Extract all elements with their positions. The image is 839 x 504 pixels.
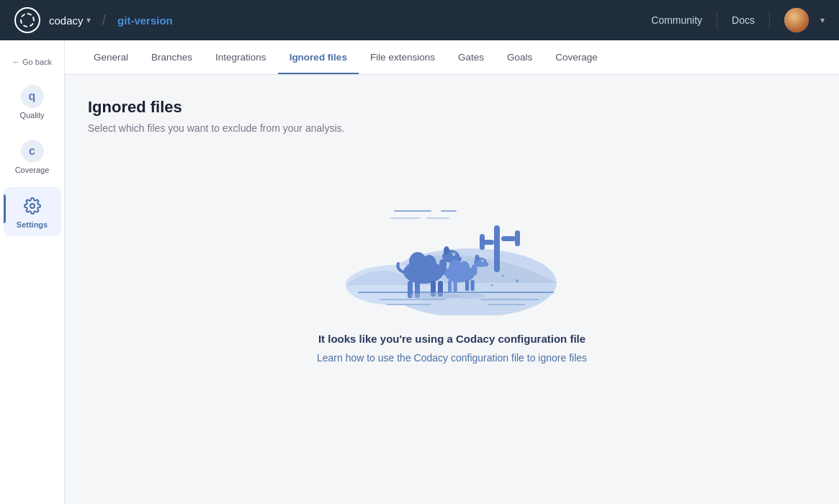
brand-label[interactable]: codacy ▾ [49, 14, 91, 27]
svg-point-30 [453, 253, 454, 255]
nav-divider [717, 12, 717, 29]
svg-point-49 [450, 293, 486, 299]
svg-rect-47 [470, 280, 474, 291]
codacy-logo[interactable] [14, 7, 40, 33]
sidebar-item-coverage-label: Coverage [15, 166, 50, 174]
tab-coverage[interactable]: Coverage [544, 40, 609, 74]
active-indicator [4, 194, 6, 223]
repo-name[interactable]: git-version [117, 14, 173, 27]
brand-chevron-icon: ▾ [86, 15, 91, 25]
avatar-chevron-icon[interactable]: ▾ [820, 15, 825, 25]
svg-point-15 [516, 279, 519, 282]
svg-point-28 [444, 246, 449, 255]
svg-rect-44 [448, 280, 452, 292]
main-layout: ← Go back q Quality c Coverage Settings … [0, 40, 839, 504]
back-button[interactable]: ← Go back [0, 52, 64, 72]
tab-bar: General Branches Integrations Ignored fi… [65, 40, 839, 75]
tab-goals[interactable]: Goals [495, 40, 544, 74]
svg-point-12 [501, 275, 503, 277]
empty-state-title: It looks like you're using a Codacy conf… [318, 333, 585, 345]
tab-gates[interactable]: Gates [447, 40, 495, 74]
topnav: codacy ▾ / git-version Community Docs ▾ [0, 0, 839, 40]
svg-rect-46 [465, 280, 469, 291]
tab-general[interactable]: General [82, 40, 140, 74]
tab-integrations[interactable]: Integrations [204, 40, 278, 74]
svg-point-13 [490, 284, 493, 287]
sidebar-item-quality[interactable]: q Quality [4, 78, 61, 127]
nav-divider-2 [769, 12, 770, 29]
sidebar-item-coverage[interactable]: c Coverage [4, 132, 61, 181]
svg-rect-17 [494, 225, 500, 272]
tab-ignored-files[interactable]: Ignored files [278, 40, 359, 74]
empty-state-learn-link[interactable]: Learn how to use the Codacy configuratio… [317, 352, 587, 364]
quality-icon: q [21, 85, 44, 108]
sidebar: ← Go back q Quality c Coverage Settings [0, 40, 65, 504]
sidebar-item-settings[interactable]: Settings [4, 187, 61, 236]
docs-link[interactable]: Docs [732, 14, 755, 26]
svg-point-24 [422, 255, 436, 272]
sidebar-item-quality-label: Quality [19, 111, 44, 120]
svg-point-41 [475, 255, 479, 261]
coverage-icon: c [21, 140, 44, 163]
sidebar-item-settings-label: Settings [17, 220, 48, 229]
empty-state-illustration [337, 171, 567, 315]
page-subtitle: Select which files you want to exclude f… [88, 122, 816, 134]
user-avatar[interactable] [784, 8, 809, 32]
svg-point-37 [459, 261, 470, 274]
page-title: Ignored files [88, 98, 816, 117]
brand-name: codacy [49, 14, 84, 27]
svg-point-43 [482, 260, 483, 261]
svg-rect-18 [501, 236, 516, 241]
nav-separator: / [102, 12, 107, 29]
main-content: General Branches Integrations Ignored fi… [65, 40, 839, 504]
settings-gear-icon [21, 194, 44, 217]
svg-point-40 [483, 262, 488, 266]
content-area: Ignored files Select which files you wan… [65, 75, 839, 415]
tab-file-extensions[interactable]: File extensions [359, 40, 447, 74]
community-link[interactable]: Community [651, 14, 702, 26]
svg-rect-21 [480, 234, 485, 250]
svg-rect-45 [453, 280, 457, 292]
empty-state: It looks like you're using a Codacy conf… [88, 157, 816, 392]
svg-rect-19 [515, 230, 520, 246]
tab-branches[interactable]: Branches [140, 40, 204, 74]
